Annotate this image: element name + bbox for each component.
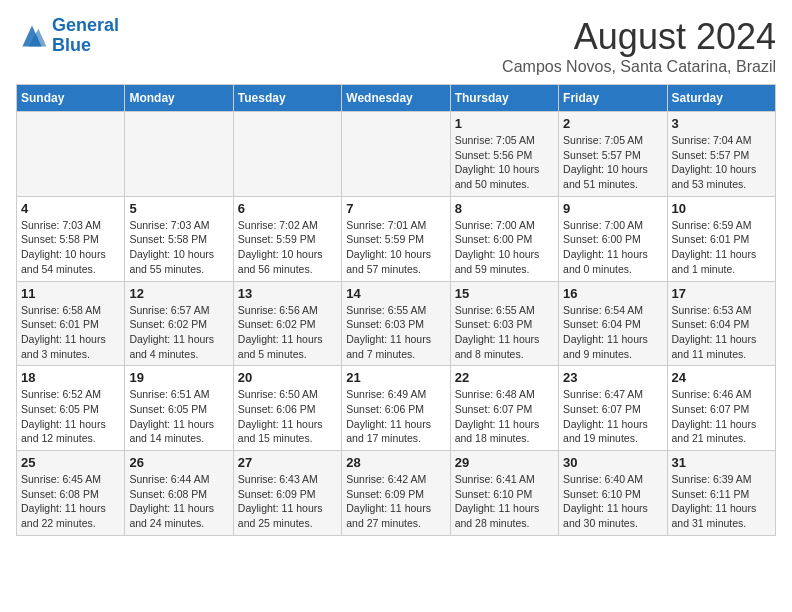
day-info: Sunrise: 6:55 AMSunset: 6:03 PMDaylight:…: [455, 303, 554, 362]
day-number: 26: [129, 455, 228, 470]
calendar-cell: [233, 112, 341, 197]
day-number: 5: [129, 201, 228, 216]
day-number: 1: [455, 116, 554, 131]
day-info: Sunrise: 7:00 AMSunset: 6:00 PMDaylight:…: [563, 218, 662, 277]
day-number: 31: [672, 455, 771, 470]
calendar-cell: 19Sunrise: 6:51 AMSunset: 6:05 PMDayligh…: [125, 366, 233, 451]
calendar-week-row: 25Sunrise: 6:45 AMSunset: 6:08 PMDayligh…: [17, 451, 776, 536]
day-info: Sunrise: 6:41 AMSunset: 6:10 PMDaylight:…: [455, 472, 554, 531]
logo-icon: [16, 22, 48, 50]
day-number: 7: [346, 201, 445, 216]
title-block: August 2024 Campos Novos, Santa Catarina…: [502, 16, 776, 76]
day-number: 22: [455, 370, 554, 385]
day-info: Sunrise: 6:46 AMSunset: 6:07 PMDaylight:…: [672, 387, 771, 446]
calendar-table: SundayMondayTuesdayWednesdayThursdayFrid…: [16, 84, 776, 536]
calendar-cell: 28Sunrise: 6:42 AMSunset: 6:09 PMDayligh…: [342, 451, 450, 536]
calendar-cell: [125, 112, 233, 197]
day-info: Sunrise: 6:54 AMSunset: 6:04 PMDaylight:…: [563, 303, 662, 362]
calendar-cell: 15Sunrise: 6:55 AMSunset: 6:03 PMDayligh…: [450, 281, 558, 366]
day-info: Sunrise: 6:44 AMSunset: 6:08 PMDaylight:…: [129, 472, 228, 531]
calendar-cell: [342, 112, 450, 197]
day-info: Sunrise: 6:48 AMSunset: 6:07 PMDaylight:…: [455, 387, 554, 446]
calendar-week-row: 18Sunrise: 6:52 AMSunset: 6:05 PMDayligh…: [17, 366, 776, 451]
day-number: 8: [455, 201, 554, 216]
calendar-cell: 31Sunrise: 6:39 AMSunset: 6:11 PMDayligh…: [667, 451, 775, 536]
day-info: Sunrise: 7:02 AMSunset: 5:59 PMDaylight:…: [238, 218, 337, 277]
day-number: 19: [129, 370, 228, 385]
calendar-cell: 11Sunrise: 6:58 AMSunset: 6:01 PMDayligh…: [17, 281, 125, 366]
calendar-cell: 9Sunrise: 7:00 AMSunset: 6:00 PMDaylight…: [559, 196, 667, 281]
day-info: Sunrise: 7:05 AMSunset: 5:56 PMDaylight:…: [455, 133, 554, 192]
calendar-cell: 14Sunrise: 6:55 AMSunset: 6:03 PMDayligh…: [342, 281, 450, 366]
day-number: 13: [238, 286, 337, 301]
day-number: 18: [21, 370, 120, 385]
calendar-cell: 12Sunrise: 6:57 AMSunset: 6:02 PMDayligh…: [125, 281, 233, 366]
calendar-cell: 29Sunrise: 6:41 AMSunset: 6:10 PMDayligh…: [450, 451, 558, 536]
day-number: 14: [346, 286, 445, 301]
day-number: 11: [21, 286, 120, 301]
day-number: 10: [672, 201, 771, 216]
day-info: Sunrise: 6:50 AMSunset: 6:06 PMDaylight:…: [238, 387, 337, 446]
day-info: Sunrise: 7:01 AMSunset: 5:59 PMDaylight:…: [346, 218, 445, 277]
calendar-cell: 8Sunrise: 7:00 AMSunset: 6:00 PMDaylight…: [450, 196, 558, 281]
weekday-header-cell: Wednesday: [342, 85, 450, 112]
logo: General Blue: [16, 16, 119, 56]
day-info: Sunrise: 6:59 AMSunset: 6:01 PMDaylight:…: [672, 218, 771, 277]
calendar-cell: 25Sunrise: 6:45 AMSunset: 6:08 PMDayligh…: [17, 451, 125, 536]
day-info: Sunrise: 6:56 AMSunset: 6:02 PMDaylight:…: [238, 303, 337, 362]
calendar-cell: [17, 112, 125, 197]
day-info: Sunrise: 7:04 AMSunset: 5:57 PMDaylight:…: [672, 133, 771, 192]
calendar-cell: 30Sunrise: 6:40 AMSunset: 6:10 PMDayligh…: [559, 451, 667, 536]
weekday-header-cell: Sunday: [17, 85, 125, 112]
calendar-week-row: 1Sunrise: 7:05 AMSunset: 5:56 PMDaylight…: [17, 112, 776, 197]
calendar-week-row: 11Sunrise: 6:58 AMSunset: 6:01 PMDayligh…: [17, 281, 776, 366]
day-info: Sunrise: 6:39 AMSunset: 6:11 PMDaylight:…: [672, 472, 771, 531]
day-info: Sunrise: 7:03 AMSunset: 5:58 PMDaylight:…: [129, 218, 228, 277]
day-number: 20: [238, 370, 337, 385]
day-info: Sunrise: 6:55 AMSunset: 6:03 PMDaylight:…: [346, 303, 445, 362]
day-number: 12: [129, 286, 228, 301]
day-info: Sunrise: 6:49 AMSunset: 6:06 PMDaylight:…: [346, 387, 445, 446]
day-info: Sunrise: 7:05 AMSunset: 5:57 PMDaylight:…: [563, 133, 662, 192]
weekday-header-row: SundayMondayTuesdayWednesdayThursdayFrid…: [17, 85, 776, 112]
day-info: Sunrise: 6:42 AMSunset: 6:09 PMDaylight:…: [346, 472, 445, 531]
calendar-cell: 3Sunrise: 7:04 AMSunset: 5:57 PMDaylight…: [667, 112, 775, 197]
calendar-cell: 24Sunrise: 6:46 AMSunset: 6:07 PMDayligh…: [667, 366, 775, 451]
day-number: 23: [563, 370, 662, 385]
day-number: 6: [238, 201, 337, 216]
day-number: 27: [238, 455, 337, 470]
day-number: 25: [21, 455, 120, 470]
calendar-cell: 2Sunrise: 7:05 AMSunset: 5:57 PMDaylight…: [559, 112, 667, 197]
day-number: 24: [672, 370, 771, 385]
day-number: 4: [21, 201, 120, 216]
calendar-cell: 7Sunrise: 7:01 AMSunset: 5:59 PMDaylight…: [342, 196, 450, 281]
day-number: 15: [455, 286, 554, 301]
page-header: General Blue August 2024 Campos Novos, S…: [16, 16, 776, 76]
location: Campos Novos, Santa Catarina, Brazil: [502, 58, 776, 76]
calendar-cell: 27Sunrise: 6:43 AMSunset: 6:09 PMDayligh…: [233, 451, 341, 536]
day-info: Sunrise: 6:53 AMSunset: 6:04 PMDaylight:…: [672, 303, 771, 362]
calendar-cell: 23Sunrise: 6:47 AMSunset: 6:07 PMDayligh…: [559, 366, 667, 451]
weekday-header-cell: Saturday: [667, 85, 775, 112]
day-info: Sunrise: 7:03 AMSunset: 5:58 PMDaylight:…: [21, 218, 120, 277]
day-info: Sunrise: 6:52 AMSunset: 6:05 PMDaylight:…: [21, 387, 120, 446]
logo-text: General Blue: [52, 16, 119, 56]
day-number: 9: [563, 201, 662, 216]
calendar-cell: 17Sunrise: 6:53 AMSunset: 6:04 PMDayligh…: [667, 281, 775, 366]
day-number: 30: [563, 455, 662, 470]
day-info: Sunrise: 6:57 AMSunset: 6:02 PMDaylight:…: [129, 303, 228, 362]
day-number: 2: [563, 116, 662, 131]
calendar-cell: 1Sunrise: 7:05 AMSunset: 5:56 PMDaylight…: [450, 112, 558, 197]
calendar-cell: 5Sunrise: 7:03 AMSunset: 5:58 PMDaylight…: [125, 196, 233, 281]
day-info: Sunrise: 6:58 AMSunset: 6:01 PMDaylight:…: [21, 303, 120, 362]
day-info: Sunrise: 6:43 AMSunset: 6:09 PMDaylight:…: [238, 472, 337, 531]
calendar-cell: 13Sunrise: 6:56 AMSunset: 6:02 PMDayligh…: [233, 281, 341, 366]
day-number: 28: [346, 455, 445, 470]
day-info: Sunrise: 7:00 AMSunset: 6:00 PMDaylight:…: [455, 218, 554, 277]
calendar-cell: 22Sunrise: 6:48 AMSunset: 6:07 PMDayligh…: [450, 366, 558, 451]
day-info: Sunrise: 6:45 AMSunset: 6:08 PMDaylight:…: [21, 472, 120, 531]
calendar-cell: 16Sunrise: 6:54 AMSunset: 6:04 PMDayligh…: [559, 281, 667, 366]
day-info: Sunrise: 6:47 AMSunset: 6:07 PMDaylight:…: [563, 387, 662, 446]
day-number: 29: [455, 455, 554, 470]
day-info: Sunrise: 6:51 AMSunset: 6:05 PMDaylight:…: [129, 387, 228, 446]
